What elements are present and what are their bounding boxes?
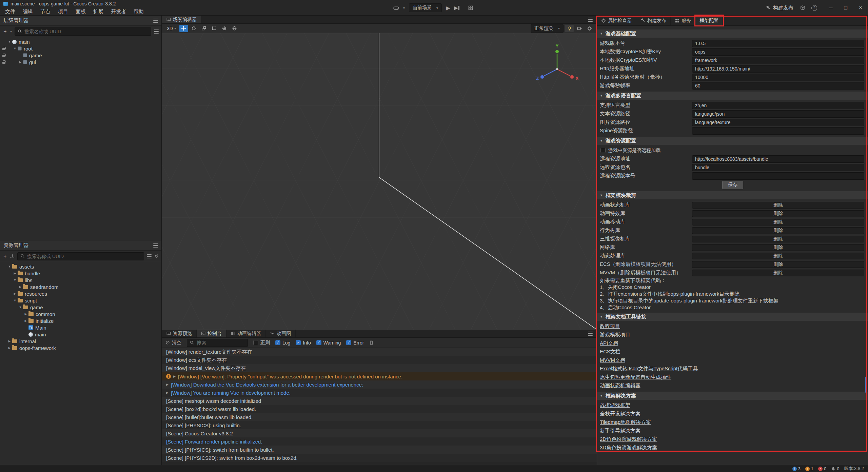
dimension-toggle[interactable]: 3D ▾: [165, 25, 178, 32]
doc-link[interactable]: 2D角色扮演游戏解决方案: [600, 436, 657, 442]
step-button[interactable]: ▶: [454, 5, 459, 11]
log-row[interactable]: [Window] ecs文件夹不存在: [162, 356, 597, 364]
section-header[interactable]: ▼框架解决方案: [597, 392, 868, 400]
info-count[interactable]: i 3: [792, 466, 801, 471]
filter-warning[interactable]: Warning: [316, 340, 341, 346]
build-publish-button[interactable]: 构建发布: [765, 5, 793, 11]
log-row[interactable]: [Scene] Forward render pipeline initiali…: [162, 437, 597, 446]
log-row[interactable]: [Scene] [PHYSICS]: using builtin.: [162, 421, 597, 429]
asset-node[interactable]: ▼script: [0, 297, 161, 304]
filter-icon[interactable]: [154, 31, 159, 32]
log-row[interactable]: ▶[Window] Download the Vue Devtools exte…: [162, 380, 597, 389]
field-input[interactable]: [692, 155, 864, 163]
section-header[interactable]: ▼框架模块裁剪: [597, 191, 868, 199]
create-asset-button[interactable]: +: [3, 253, 7, 259]
orientation-gizmo[interactable]: Y X Z: [532, 42, 583, 93]
doc-link[interactable]: ECS文档: [600, 349, 620, 355]
chevron-down-icon[interactable]: ▼: [7, 40, 12, 43]
doc-link[interactable]: MVVM文档: [600, 357, 625, 363]
minimize-button[interactable]: ─: [823, 0, 838, 16]
doc-link[interactable]: Tiledmap地图解决方案: [600, 419, 651, 426]
tab-build-publish[interactable]: 构建发布: [636, 16, 671, 25]
doc-link[interactable]: 教程项目: [600, 323, 620, 330]
filter-log[interactable]: Log: [275, 340, 290, 346]
log-row[interactable]: [Window] render_texture文件夹不存在: [162, 348, 597, 356]
create-node-button[interactable]: +: [3, 28, 7, 35]
chevron-down-icon[interactable]: ▾: [10, 29, 12, 33]
asset-node[interactable]: ▶resources: [0, 290, 161, 297]
chevron-right-icon[interactable]: ▶: [7, 339, 12, 343]
log-row[interactable]: [Scene] [bullet]:bullet wasm lib loaded.: [162, 413, 597, 421]
scale-tool-icon[interactable]: [200, 25, 209, 32]
tab-service[interactable]: 服务: [671, 16, 695, 25]
panel-menu-icon[interactable]: [153, 245, 158, 246]
field-input[interactable]: [692, 40, 864, 47]
checkbox[interactable]: [316, 340, 321, 345]
delete-button[interactable]: 删除: [692, 253, 864, 259]
console-search-input[interactable]: [197, 340, 245, 346]
notification-bell[interactable]: 0: [831, 466, 839, 471]
menu-item-0[interactable]: 文件: [1, 7, 19, 16]
help-icon[interactable]: ?: [811, 5, 817, 11]
menu-item-6[interactable]: 开发者: [107, 7, 130, 16]
chevron-down-icon[interactable]: ▼: [12, 299, 18, 302]
section-header[interactable]: ▼游戏基础配置: [597, 29, 868, 38]
tab-anim-graph[interactable]: 动画图: [266, 330, 296, 337]
doc-link[interactable]: API文档: [600, 340, 618, 347]
doc-link[interactable]: 新手引导解决方案: [600, 428, 640, 434]
chevron-right-icon[interactable]: ▶: [23, 319, 28, 322]
menu-item-3[interactable]: 项目: [54, 7, 72, 16]
expand-icon[interactable]: ▶: [173, 375, 176, 378]
chevron-right-icon[interactable]: ▶: [12, 272, 18, 275]
section-header[interactable]: ▼游戏多语言配置: [597, 92, 868, 100]
rect-tool-icon[interactable]: [210, 25, 219, 32]
doc-link[interactable]: 原生包热更新配置自动生成插件: [600, 374, 671, 380]
package-icon[interactable]: [800, 5, 805, 11]
scene-viewport[interactable]: Y X Z: [162, 33, 597, 330]
regex-checkbox[interactable]: [253, 340, 258, 345]
menu-item-1[interactable]: 编辑: [19, 7, 37, 16]
export-log-icon[interactable]: [369, 340, 374, 345]
asset-node[interactable]: ▼assets: [0, 263, 161, 270]
chevron-right-icon[interactable]: ▶: [12, 292, 18, 295]
chevron-right-icon[interactable]: ▶: [7, 346, 12, 350]
asset-node[interactable]: ▶common: [0, 311, 161, 317]
lighting-toggle-icon[interactable]: [565, 25, 574, 32]
log-row[interactable]: [Scene] Cocos Creator v3.8.2: [162, 429, 597, 437]
tab-framework-config[interactable]: 框架配置: [695, 16, 723, 25]
asset-node[interactable]: ▶initialize: [0, 317, 161, 324]
chevron-right-icon[interactable]: ▶: [18, 285, 23, 289]
assets-search-input[interactable]: [27, 254, 141, 259]
hierarchy-search[interactable]: [15, 27, 151, 36]
hierarchy-node[interactable]: ▼main: [0, 38, 161, 45]
menu-item-5[interactable]: 扩展: [90, 7, 107, 16]
axis-y-label[interactable]: Y: [555, 43, 559, 48]
panel-menu-icon[interactable]: [588, 333, 593, 334]
section-header[interactable]: ▼游戏资源配置: [597, 137, 868, 145]
field-input[interactable]: [692, 74, 864, 81]
checkbox[interactable]: [346, 340, 351, 345]
delete-button[interactable]: 删除: [692, 244, 864, 251]
expand-icon[interactable]: ▶: [166, 383, 169, 386]
field-input[interactable]: [692, 82, 864, 90]
field-input[interactable]: [692, 110, 864, 118]
chevron-down-icon[interactable]: ▼: [18, 306, 23, 309]
preview-device-icon[interactable]: [393, 5, 399, 11]
tab-console[interactable]: 控制台: [197, 330, 226, 337]
pivot-tool-icon[interactable]: [220, 25, 229, 32]
clear-console-button[interactable]: 清空: [165, 340, 181, 346]
log-row[interactable]: [Window] model_view文件夹不存在: [162, 364, 597, 372]
remote-load-checkbox[interactable]: [600, 148, 606, 153]
log-row[interactable]: [Scene] [PHYSICS2D]: switch from box2d-w…: [162, 454, 597, 462]
tab-scene-editor[interactable]: 场景编辑器: [162, 16, 201, 23]
chevron-right-icon[interactable]: ▶: [23, 312, 28, 316]
coordinate-space-icon[interactable]: [230, 25, 239, 32]
hierarchy-node[interactable]: ▼root: [0, 45, 161, 52]
layout-icon[interactable]: [468, 5, 473, 10]
menu-item-2[interactable]: 节点: [37, 7, 54, 16]
field-input[interactable]: [692, 48, 864, 56]
field-input[interactable]: [692, 57, 864, 64]
field-input[interactable]: [692, 119, 864, 126]
checkbox[interactable]: [275, 340, 280, 345]
doc-link[interactable]: 动画状态机编辑器: [600, 382, 640, 389]
